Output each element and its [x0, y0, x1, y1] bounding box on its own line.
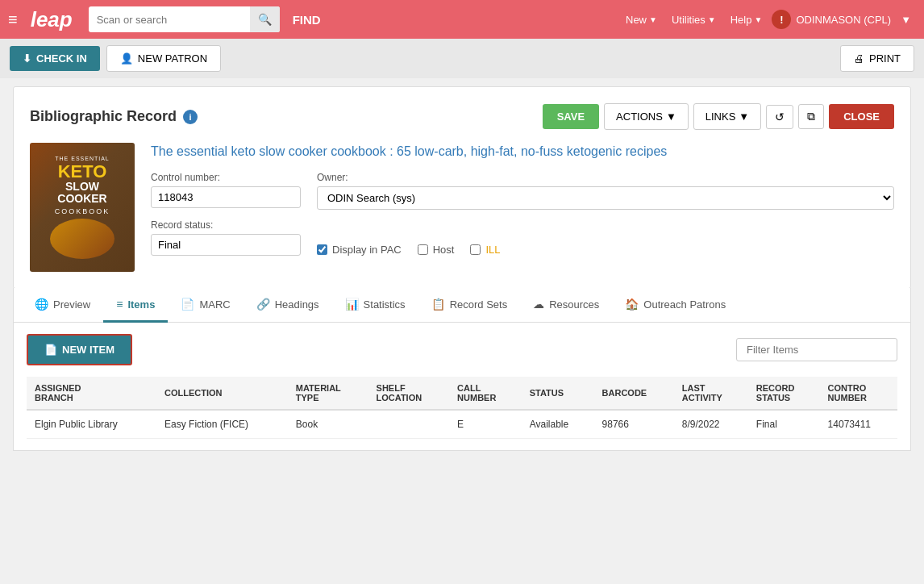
refresh-button[interactable]: ↺ — [766, 105, 793, 129]
bib-header: Bibliographic Record i SAVE ACTIONS ▼ LI… — [30, 103, 894, 130]
help-nav-item[interactable]: Help ▼ — [726, 10, 768, 29]
filter-items-input[interactable] — [736, 338, 897, 361]
bib-title-row: Bibliographic Record i — [30, 108, 198, 125]
new-patron-button[interactable]: 👤 NEW PATRON — [106, 45, 221, 72]
toolbar: ⬇ CHECK IN 👤 NEW PATRON 🖨 PRINT — [0, 39, 924, 78]
cell-record-status: Final — [748, 410, 820, 439]
tabs-section: 🌐 Preview ≡ Items 📄 MARC 🔗 Headings 📊 St… — [13, 288, 911, 451]
host-checkbox[interactable] — [418, 244, 428, 255]
new-item-button[interactable]: 📄 NEW ITEM — [27, 334, 132, 365]
find-button[interactable]: FIND — [293, 13, 321, 27]
bib-details: The essential keto slow cooker cookbook … — [151, 143, 894, 272]
new-item-icon: 📄 — [44, 344, 57, 356]
statistics-tab-label: Statistics — [364, 298, 406, 311]
outreach-patrons-tab-label: Outreach Patrons — [643, 298, 726, 311]
utilities-nav-item[interactable]: Utilities ▼ — [667, 10, 721, 29]
marc-tab-label: MARC — [199, 298, 230, 311]
cell-status: Available — [522, 410, 594, 439]
book-cover: THE ESSENTIAL KETO SLOW COOKER COOKBOOK — [30, 143, 135, 272]
tab-items[interactable]: ≡ Items — [103, 288, 168, 323]
links-button[interactable]: LINKS ▼ — [693, 103, 761, 130]
host-checkbox-group: Host — [418, 244, 455, 256]
cell-control-number: 14073411 — [820, 410, 897, 439]
record-status-row: Record status: Display in PAC Host ILL — [151, 219, 894, 256]
close-button[interactable]: CLOSE — [829, 104, 894, 129]
table-row[interactable]: Elgin Public Library Easy Fiction (FICE)… — [27, 410, 897, 439]
main-content: Bibliographic Record i SAVE ACTIONS ▼ LI… — [0, 78, 924, 459]
tab-headings[interactable]: 🔗 Headings — [243, 288, 332, 323]
headings-tab-icon: 🔗 — [256, 298, 270, 311]
headings-tab-label: Headings — [275, 298, 319, 311]
marc-tab-icon: 📄 — [181, 298, 194, 311]
cell-last-activity: 8/9/2022 — [674, 410, 748, 439]
search-bar: 🔍 — [89, 6, 280, 32]
search-input[interactable] — [89, 10, 250, 29]
items-table: ASSIGNEDBRANCH COLLECTION MATERIALTYPE S… — [27, 377, 897, 439]
control-number-input[interactable] — [151, 186, 301, 208]
info-icon[interactable]: i — [183, 110, 198, 124]
menu-icon[interactable]: ≡ — [8, 10, 18, 29]
tab-preview[interactable]: 🌐 Preview — [22, 288, 103, 323]
bib-actions: SAVE ACTIONS ▼ LINKS ▼ ↺ ⧉ CLOSE — [543, 103, 894, 130]
cover-cookbook-text: COOKBOOK — [55, 207, 110, 215]
ill-label: ILL — [485, 244, 500, 256]
record-status-input[interactable] — [151, 234, 301, 256]
tab-resources[interactable]: ☁ Resources — [520, 288, 612, 323]
alert-icon[interactable]: ! — [772, 10, 791, 29]
help-arrow-icon: ▼ — [754, 15, 762, 24]
cover-cooker-text: COOKER — [57, 193, 106, 205]
ill-checkbox-group: ILL — [470, 244, 500, 256]
search-button[interactable]: 🔍 — [250, 6, 280, 32]
items-tab-label: Items — [127, 298, 155, 311]
user-label[interactable]: ODINMASON (CPL) — [796, 14, 891, 26]
items-tab-content: 📄 NEW ITEM ASSIGNEDBRANCH COLLECTION MAT… — [14, 323, 910, 450]
cell-collection: Easy Fiction (FICE) — [156, 410, 288, 439]
items-tab-icon: ≡ — [116, 298, 123, 311]
actions-arrow-icon: ▼ — [666, 111, 676, 123]
col-collection: COLLECTION — [156, 377, 288, 410]
control-number-field: Control number: — [151, 172, 301, 210]
items-toolbar: 📄 NEW ITEM — [27, 334, 897, 365]
app-logo: leap — [31, 7, 73, 32]
user-arrow-icon[interactable]: ▼ — [896, 10, 916, 29]
tab-record-sets[interactable]: 📋 Record Sets — [418, 288, 521, 323]
bib-record-card: Bibliographic Record i SAVE ACTIONS ▼ LI… — [13, 86, 911, 289]
record-sets-tab-label: Record Sets — [450, 298, 508, 311]
col-record-status: RECORDSTATUS — [748, 377, 820, 410]
bib-body: THE ESSENTIAL KETO SLOW COOKER COOKBOOK … — [30, 143, 894, 272]
tab-statistics[interactable]: 📊 Statistics — [332, 288, 418, 323]
book-title-link[interactable]: The essential keto slow cooker cookbook … — [151, 143, 894, 161]
save-button[interactable]: SAVE — [543, 104, 599, 129]
newpatron-icon: 👤 — [120, 52, 133, 65]
cell-assigned-branch: Elgin Public Library — [27, 410, 156, 439]
new-arrow-icon: ▼ — [649, 15, 657, 24]
preview-tab-icon: 🌐 — [35, 298, 48, 311]
check-in-button[interactable]: ⬇ CHECK IN — [10, 46, 100, 71]
fields-grid: Control number: Owner: ODIN Search (sys) — [151, 172, 894, 210]
col-call-number: CALLNUMBER — [449, 377, 522, 410]
record-status-label: Record status: — [151, 219, 301, 231]
display-in-pac-checkbox[interactable] — [317, 244, 327, 255]
top-navigation: ≡ leap 🔍 FIND New ▼ Utilities ▼ Help ▼ !… — [0, 0, 924, 39]
cover-keto-text: KETO — [58, 163, 107, 181]
utilities-arrow-icon: ▼ — [708, 15, 716, 24]
control-number-label: Control number: — [151, 172, 301, 183]
actions-button[interactable]: ACTIONS ▼ — [604, 103, 689, 130]
preview-tab-label: Preview — [53, 298, 90, 311]
host-label: Host — [433, 244, 455, 256]
tab-marc[interactable]: 📄 MARC — [168, 288, 243, 323]
col-assigned-branch: ASSIGNEDBRANCH — [27, 377, 156, 410]
cell-call-number: E — [449, 410, 522, 439]
screen-button[interactable]: ⧉ — [798, 104, 824, 129]
owner-select[interactable]: ODIN Search (sys) — [317, 186, 894, 210]
display-in-pac-label: Display in PAC — [332, 244, 402, 256]
tab-outreach-patrons[interactable]: 🏠 Outreach Patrons — [612, 288, 739, 323]
ill-checkbox[interactable] — [470, 244, 481, 255]
print-button[interactable]: 🖨 PRINT — [840, 45, 914, 72]
cell-shelf-location — [368, 410, 450, 439]
resources-tab-icon: ☁ — [533, 298, 544, 311]
nav-links: New ▼ Utilities ▼ Help ▼ ! ODINMASON (CP… — [621, 10, 916, 29]
new-nav-item[interactable]: New ▼ — [621, 10, 662, 29]
cell-material-type: Book — [288, 410, 368, 439]
col-material-type: MATERIALTYPE — [288, 377, 368, 410]
